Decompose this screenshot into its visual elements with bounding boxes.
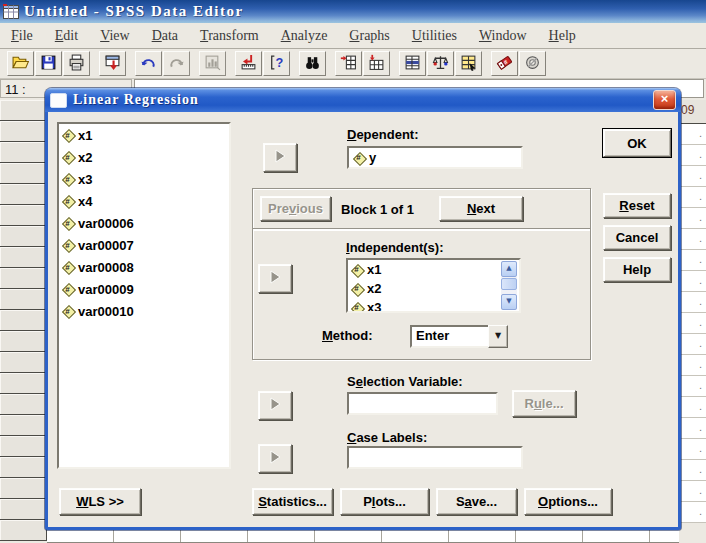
grid-cell[interactable]: . (679, 292, 706, 313)
variable-item-x1[interactable]: x1 (348, 260, 519, 279)
toolbar-button-open-file[interactable] (7, 51, 34, 76)
options-button[interactable]: Options... (524, 488, 612, 515)
toolbar-button-split-file[interactable] (399, 51, 426, 76)
ok-button[interactable]: OK (603, 129, 671, 157)
move-independent-button[interactable] (258, 264, 292, 293)
row-header[interactable] (0, 457, 47, 478)
menu-item-analyze[interactable]: Analyze (270, 28, 339, 44)
grid-cell[interactable]: . (679, 229, 706, 250)
variable-item-x1[interactable]: x1 (59, 124, 229, 146)
row-header[interactable] (0, 121, 47, 142)
row-header[interactable] (0, 310, 47, 331)
row-header[interactable] (0, 499, 47, 520)
chevron-down-icon[interactable]: ▼ (488, 325, 508, 348)
dependent-field[interactable]: y (347, 146, 523, 169)
variable-item-x4[interactable]: x4 (59, 190, 229, 212)
row-header[interactable] (0, 394, 47, 415)
row-header[interactable] (0, 142, 47, 163)
row-header[interactable] (0, 415, 47, 436)
row-header[interactable] (0, 205, 47, 226)
toolbar-button-goto-chart[interactable] (199, 51, 226, 76)
grid-cell[interactable]: . (679, 313, 706, 334)
grid-cell[interactable]: . (679, 481, 706, 502)
toolbar-button-insert-cases[interactable] (335, 51, 362, 76)
toolbar-button-dialog-recall[interactable] (99, 51, 126, 76)
toolbar-button-undo[interactable] (135, 51, 162, 76)
source-variable-list[interactable]: x1 x2 x3 x4 var0 (57, 122, 231, 469)
grid-cell[interactable]: . (679, 397, 706, 418)
variable-item-var00009[interactable]: var00009 (59, 278, 229, 300)
row-header[interactable] (0, 373, 47, 394)
grid-cell[interactable]: . (679, 502, 706, 523)
toolbar-button-redo[interactable] (163, 51, 190, 76)
cancel-button[interactable]: Cancel (603, 225, 671, 250)
help-button[interactable]: Help (603, 257, 671, 282)
menu-item-help[interactable]: Help (538, 28, 587, 44)
variable-item-var00010[interactable]: var00010 (59, 300, 229, 322)
reset-button[interactable]: Reset (603, 193, 671, 218)
row-header[interactable] (0, 352, 47, 373)
case-labels-field[interactable] (347, 446, 523, 469)
toolbar-button-save[interactable] (35, 51, 62, 76)
selection-variable-field[interactable] (347, 392, 498, 415)
grid-cell[interactable]: . (679, 439, 706, 460)
move-dependent-button[interactable] (263, 143, 297, 172)
toolbar-button-insert-variable[interactable] (363, 51, 390, 76)
variable-item-x2[interactable]: x2 (59, 146, 229, 168)
menu-item-transform[interactable]: Transform (189, 28, 270, 44)
next-block-button[interactable]: Next (439, 196, 523, 221)
previous-block-button[interactable]: Previous (260, 196, 331, 221)
scrollbar-thumb[interactable] (501, 278, 517, 290)
column-header[interactable]: 09 (679, 100, 706, 124)
grid-cell[interactable]: . (679, 418, 706, 439)
variable-item-x3[interactable]: x3 (59, 168, 229, 190)
scroll-down-icon[interactable]: ▼ (501, 294, 517, 310)
grid-cell[interactable]: . (679, 187, 706, 208)
wls-button[interactable]: WLS >> (59, 488, 141, 515)
menu-item-view[interactable]: View (89, 28, 141, 44)
variable-item-x2[interactable]: x2 (348, 279, 519, 298)
grid-cell[interactable]: . (679, 145, 706, 166)
grid-cell[interactable]: . (679, 166, 706, 187)
row-header[interactable] (0, 268, 47, 289)
scroll-up-icon[interactable]: ▲ (501, 261, 517, 277)
toolbar-button-print[interactable] (63, 51, 90, 76)
grid-cell[interactable]: . (679, 250, 706, 271)
grid-cell[interactable]: . (679, 376, 706, 397)
grid-cell[interactable]: . (679, 355, 706, 376)
independents-scrollbar[interactable]: ▲ ▼ (501, 261, 517, 310)
move-case-labels-button[interactable] (258, 444, 292, 473)
row-header[interactable] (0, 163, 47, 184)
row-header[interactable] (0, 100, 47, 121)
row-header[interactable] (0, 436, 47, 457)
row-header[interactable] (0, 226, 47, 247)
save-button[interactable]: Save... (436, 488, 517, 515)
close-icon[interactable]: × (653, 90, 676, 110)
move-selection-button[interactable] (258, 391, 292, 420)
row-header[interactable] (0, 520, 47, 541)
method-combo[interactable]: Enter ▼ (410, 325, 508, 348)
toolbar-button-weight-cases[interactable] (427, 51, 454, 76)
menu-item-utilities[interactable]: Utilities (401, 28, 468, 44)
dialog-titlebar[interactable]: Linear Regression × (45, 88, 681, 112)
menu-item-window[interactable]: Window (468, 28, 538, 44)
variable-item-var00008[interactable]: var00008 (59, 256, 229, 278)
statistics-button[interactable]: Statistics... (252, 488, 333, 515)
toolbar-button-goto-case[interactable] (235, 51, 262, 76)
row-header[interactable] (0, 289, 47, 310)
menu-item-graphs[interactable]: Graphs (338, 28, 400, 44)
grid-cell[interactable]: . (679, 208, 706, 229)
row-header[interactable] (0, 478, 47, 499)
menu-item-edit[interactable]: Edit (44, 28, 89, 44)
independents-list[interactable]: x1 x2 x3 (346, 258, 521, 313)
menu-item-file[interactable]: File (0, 28, 44, 44)
plots-button[interactable]: Plots... (340, 488, 429, 515)
toolbar-button-variables[interactable]: ? (263, 51, 290, 76)
row-header[interactable] (0, 184, 47, 205)
row-header[interactable] (0, 331, 47, 352)
row-header[interactable] (0, 247, 47, 268)
toolbar-button-value-labels[interactable]: # (491, 51, 518, 76)
grid-cell[interactable]: . (679, 124, 706, 145)
rule-button[interactable]: Rule... (512, 390, 576, 417)
window-titlebar[interactable]: Untitled - SPSS Data Editor (0, 0, 706, 23)
